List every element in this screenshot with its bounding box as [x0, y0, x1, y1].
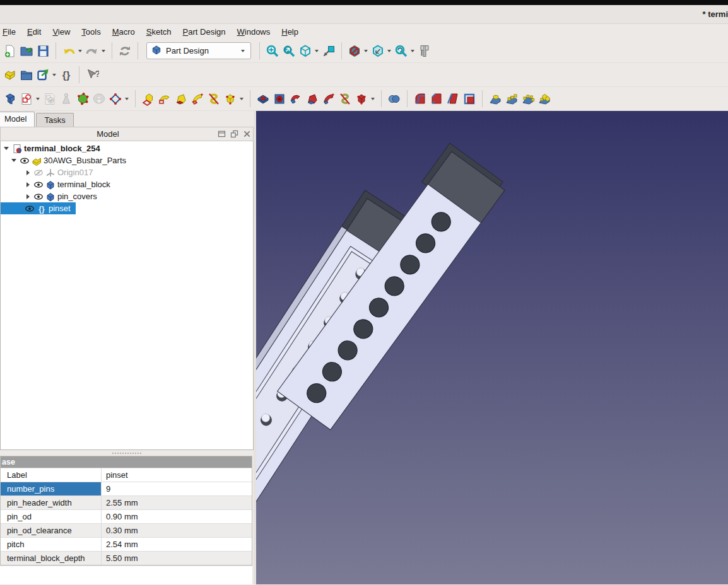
property-value[interactable]: 5.50 mm: [102, 552, 252, 565]
tree-item-pin_covers[interactable]: pin_covers: [1, 190, 102, 202]
dock-close-button[interactable]: [240, 129, 253, 140]
undo-button[interactable]: [61, 42, 77, 61]
property-name[interactable]: pin_od: [1, 510, 102, 523]
tree-expander-icon[interactable]: [23, 194, 32, 199]
validate-sketch-button[interactable]: [74, 90, 91, 108]
property-row-pin_od[interactable]: pin_od0.90 mm: [1, 509, 252, 523]
polar-pattern-button[interactable]: [520, 90, 536, 108]
draft-button[interactable]: [445, 90, 461, 108]
menu-file[interactable]: File: [0, 26, 21, 38]
property-value[interactable]: pinset: [102, 468, 252, 482]
tree-item-terminal_block_254[interactable]: terminal_block_254: [1, 142, 105, 154]
dock-minimize-button[interactable]: [215, 129, 228, 140]
redo-button[interactable]: [84, 42, 100, 61]
helix-button[interactable]: [206, 90, 222, 108]
measure-button[interactable]: [416, 42, 433, 61]
revolution-button[interactable]: [156, 90, 173, 108]
refresh-button[interactable]: [117, 42, 133, 61]
varset-button[interactable]: {}: [58, 66, 74, 84]
chevron-down-icon[interactable]: [52, 74, 56, 76]
tree-item-pinset[interactable]: {}pinset: [1, 202, 76, 214]
property-group-header[interactable]: ase: [1, 456, 252, 468]
tree-expander-icon[interactable]: [23, 182, 32, 187]
menu-help[interactable]: Help: [276, 26, 304, 38]
folder-group-button[interactable]: [18, 66, 35, 84]
dock-float-button[interactable]: [228, 129, 240, 140]
map-sketch-button[interactable]: [58, 90, 74, 108]
property-row-terminal_block_depth[interactable]: terminal_block_depth5.50 mm: [1, 551, 252, 565]
tree-expander-icon[interactable]: [2, 147, 11, 150]
menu-windows[interactable]: Windows: [232, 26, 276, 38]
linear-pattern-button[interactable]: [503, 90, 520, 108]
sub-loft-button[interactable]: [304, 90, 320, 108]
3d-viewport[interactable]: [256, 111, 728, 584]
chevron-down-icon[interactable]: [78, 50, 82, 52]
chevron-down-icon[interactable]: [315, 50, 319, 52]
property-row-Label[interactable]: Labelpinset: [1, 468, 252, 482]
new-file-button[interactable]: [2, 42, 18, 61]
groove-button[interactable]: [288, 90, 304, 108]
datum-button[interactable]: [107, 90, 124, 108]
box-selection-button[interactable]: [320, 42, 337, 61]
sweep-button[interactable]: [189, 90, 206, 108]
sub-helix-button[interactable]: [337, 90, 353, 108]
menu-edit[interactable]: Edit: [21, 26, 47, 38]
chevron-down-icon[interactable]: [125, 98, 129, 100]
tab-model[interactable]: Model: [0, 112, 35, 127]
tree-expander-icon[interactable]: [23, 170, 32, 175]
hole-button[interactable]: [271, 90, 288, 108]
chevron-down-icon[interactable]: [102, 50, 105, 52]
dock-splitter-handle[interactable]: [0, 450, 254, 456]
property-value[interactable]: 9: [102, 482, 252, 495]
edit-sketch-button[interactable]: [42, 90, 58, 108]
tree-item-Origin017[interactable]: Origin017: [1, 166, 98, 178]
clipping-button[interactable]: [346, 42, 363, 61]
menu-sketch[interactable]: Sketch: [141, 26, 177, 38]
boolean-button[interactable]: [386, 90, 402, 108]
chamfer-button[interactable]: [428, 90, 445, 108]
menu-view[interactable]: View: [47, 26, 76, 38]
isometric-button[interactable]: [297, 42, 314, 61]
workbench-selector[interactable]: Part Design: [146, 42, 251, 59]
thickness-button[interactable]: [461, 90, 478, 108]
whats-this-button[interactable]: ?: [84, 66, 100, 84]
multitransform-button[interactable]: [536, 90, 553, 108]
fit-selection-button[interactable]: [281, 42, 297, 61]
3d-scene[interactable]: [256, 111, 728, 584]
sub-sweep-button[interactable]: [320, 90, 337, 108]
property-row-pin_od_clearance[interactable]: pin_od_clearance0.30 mm: [1, 523, 252, 537]
chevron-down-icon[interactable]: [371, 98, 375, 100]
tree-item-30AWG_Busbar_Parts[interactable]: 30AWG_Busbar_Parts: [1, 154, 131, 166]
menu-macro[interactable]: Macro: [107, 26, 141, 38]
sub-primitive-button[interactable]: [353, 90, 370, 108]
property-name[interactable]: pin_od_clearance: [1, 524, 102, 537]
chevron-down-icon[interactable]: [240, 98, 244, 100]
property-value[interactable]: 0.30 mm: [102, 524, 252, 537]
chevron-down-icon[interactable]: [411, 50, 414, 52]
part-workbench-button[interactable]: [2, 66, 18, 84]
tree-expander-icon[interactable]: [9, 159, 18, 162]
save-button[interactable]: [35, 42, 51, 61]
axonometric-button[interactable]: [370, 42, 386, 61]
property-value[interactable]: 2.55 mm: [102, 496, 252, 509]
property-value[interactable]: 2.54 mm: [102, 538, 252, 551]
property-name[interactable]: pitch: [1, 538, 102, 551]
tree-item-terminal_block[interactable]: terminal_block: [1, 178, 115, 190]
primitive-button[interactable]: [222, 90, 238, 108]
menu-tools[interactable]: Tools: [76, 26, 106, 38]
property-name[interactable]: number_pins: [1, 482, 102, 495]
shape-binder-button[interactable]: [91, 90, 107, 108]
loft-button[interactable]: [173, 90, 189, 108]
zoom-refresh-button[interactable]: [393, 42, 409, 61]
chevron-down-icon[interactable]: [364, 50, 368, 52]
tab-tasks[interactable]: Tasks: [36, 113, 73, 127]
create-sketch-button[interactable]: [18, 90, 35, 108]
menu-part-design[interactable]: Part Design: [177, 26, 232, 38]
property-value[interactable]: 0.90 mm: [102, 510, 252, 523]
property-row-number_pins[interactable]: number_pins9: [1, 482, 252, 495]
fit-all-button[interactable]: [264, 42, 281, 61]
property-row-pin_header_width[interactable]: pin_header_width2.55 mm: [1, 495, 252, 509]
fillet-button[interactable]: [412, 90, 428, 108]
export-link-button[interactable]: [35, 66, 51, 84]
pad-button[interactable]: [140, 90, 156, 108]
